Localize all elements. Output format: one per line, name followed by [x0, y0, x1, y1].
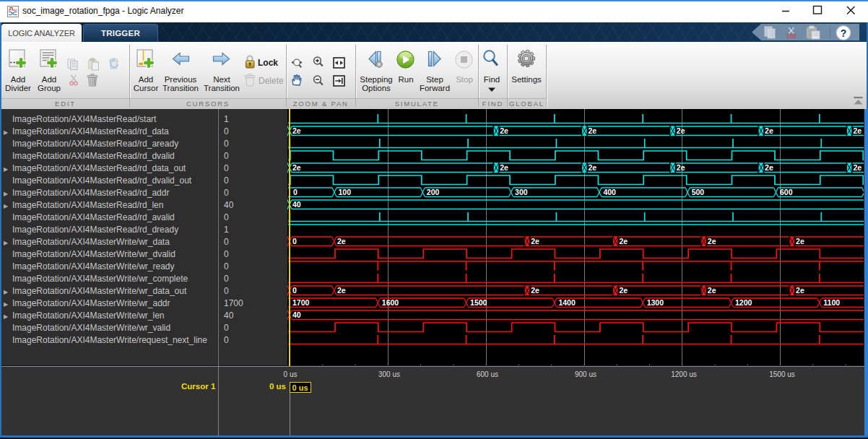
svg-text:40: 40: [292, 310, 301, 319]
svg-text:200: 200: [427, 188, 440, 196]
svg-text:500: 500: [692, 188, 705, 196]
svg-text:2e: 2e: [589, 126, 597, 135]
svg-text:2e: 2e: [292, 126, 301, 135]
svg-text:2e: 2e: [337, 237, 346, 245]
svg-text:0: 0: [292, 237, 297, 245]
svg-text:2e: 2e: [292, 163, 301, 172]
svg-text:2e: 2e: [853, 163, 862, 172]
svg-text:2e: 2e: [765, 163, 773, 172]
svg-text:2e: 2e: [500, 126, 508, 135]
svg-text:1500: 1500: [470, 298, 487, 307]
svg-text:2e: 2e: [620, 237, 628, 245]
svg-text:2e: 2e: [853, 126, 862, 135]
svg-text:2e: 2e: [531, 286, 539, 295]
svg-text:2e: 2e: [708, 286, 716, 295]
svg-text:0: 0: [293, 188, 298, 196]
svg-text:2e: 2e: [337, 286, 346, 295]
svg-text:2e: 2e: [531, 237, 539, 245]
svg-text:1400: 1400: [558, 298, 576, 307]
svg-text:2e: 2e: [500, 163, 508, 172]
svg-text:1100: 1100: [823, 298, 840, 307]
svg-text:2e: 2e: [765, 126, 773, 135]
svg-text:0: 0: [292, 286, 297, 295]
svg-text:1300: 1300: [647, 298, 664, 307]
svg-text:2e: 2e: [677, 163, 685, 172]
svg-text:600: 600: [780, 188, 793, 196]
svg-text:1600: 1600: [382, 298, 399, 307]
svg-text:100: 100: [339, 188, 352, 196]
svg-text:?: ?: [841, 27, 847, 39]
svg-text:2e: 2e: [620, 286, 628, 295]
svg-text:2e: 2e: [796, 286, 804, 295]
svg-text:300: 300: [515, 188, 528, 196]
svg-text:40: 40: [292, 200, 301, 209]
svg-text:2e: 2e: [589, 163, 597, 172]
svg-text:1200: 1200: [735, 298, 752, 307]
svg-text:2e: 2e: [708, 237, 716, 245]
svg-text:2e: 2e: [677, 126, 685, 135]
svg-text:2e: 2e: [796, 237, 804, 245]
svg-text:1700: 1700: [292, 298, 310, 307]
svg-text:400: 400: [603, 188, 616, 196]
